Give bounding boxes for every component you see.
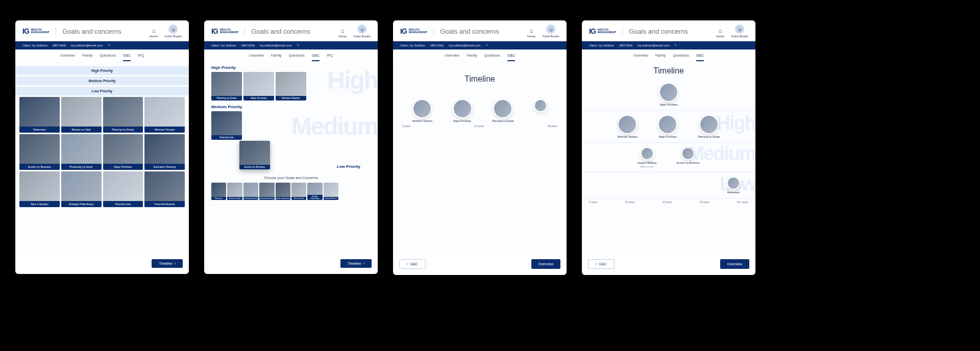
goal-protecting-family[interactable]: Protecting my family [61,134,102,170]
tab-gc[interactable]: G&C [123,54,131,61]
page-title: Goals and concerns [629,28,688,35]
home-icon: ⌂ [152,28,156,34]
screen-4-timeline-banded: IG WEALTHMANAGEMENT Goals and concerns ⌂… [582,20,755,275]
goal-retirement[interactable]: Retirement [19,97,60,133]
client-bar: Client: Ivy Sullivan (987-654) Ivy.sulli… [393,41,567,49]
goal-minimize-taxation[interactable]: Minimize Taxation [144,97,185,133]
bubble-planning-estate[interactable]: Planning my Estate [698,115,720,138]
home-nav[interactable]: ⌂Home [338,28,347,38]
band-high[interactable]: Minimize Taxation Major Purchase Plannin… [582,111,755,143]
bubble-major-purchase[interactable]: Major Purchase [453,99,472,122]
tab-overview[interactable]: Overview [60,54,75,61]
bubble-retirement[interactable]: Retirement [727,177,740,194]
tick: 15 years [474,124,484,128]
goal-major-purchase[interactable]: Major Purchase [243,72,274,101]
bubble-extra[interactable] [534,99,547,112]
footer: ‹ G&C Overview [393,255,567,275]
edit-icon[interactable]: ✎ [297,43,300,47]
chooser-education-planning[interactable]: Education Planning [259,183,274,200]
next-timeline-button[interactable]: Timeline › [340,259,372,268]
bubble-major-purchase-2[interactable]: Major Purchase [658,115,677,138]
home-nav[interactable]: ⌂Home [527,28,535,38]
tab-overview[interactable]: Overview [249,54,264,61]
body: High Priority Medium Priority Low Priori… [15,61,189,255]
goal-evolve-business[interactable]: Evolve my Business [239,141,270,169]
tab-ipq[interactable]: IPQ [138,54,144,61]
user-menu[interactable]: ☺Kobe Bryant [543,24,559,38]
goal-evolve-business[interactable]: Evolve my Business [19,134,60,170]
tab-family[interactable]: Family [655,54,666,61]
tab-ipq[interactable]: IPQ [327,54,333,61]
user-menu[interactable]: ☺ Kobe Bryant [165,24,182,38]
next-overview-button[interactable]: Overview [720,259,749,269]
brand-logo[interactable]: IG WEALTHMANAGEMENT [211,27,245,35]
home-nav[interactable]: ⌂ Home [150,28,158,38]
chooser-financial-reserve[interactable]: Financial Reserve [324,183,338,200]
brand-logo[interactable]: IG WEALTHMANAGEMENT [589,27,623,35]
dragging-tile[interactable]: Evolve my Business [239,141,270,169]
chooser-retirement[interactable]: Retirement [211,183,226,200]
tick: 0 years [589,200,597,204]
timeline-area[interactable]: Minimize Taxation Major Purchase Plannin… [395,99,565,138]
goal-minimize-taxation[interactable]: Minimize Taxation [276,72,306,101]
tab-family[interactable]: Family [82,54,93,61]
tab-gc[interactable]: G&C [312,54,320,61]
bubble-minimize-taxation[interactable]: Minimize Taxation [412,99,433,122]
body: Timeline Minimize Taxation Major Purchas… [393,61,567,255]
footer: Timeline › [15,255,189,274]
header: IG WEALTHMANAGEMENT Goals and concerns ⌂… [393,20,567,41]
bubble-minimize-taxation[interactable]: Minimize Taxation [618,115,638,138]
edit-icon[interactable]: ✎ [485,43,488,47]
tab-questions[interactable]: Questions [673,54,690,61]
tab-questions[interactable]: Questions [100,54,116,61]
bubble-evolve-business[interactable]: Evolve my Business [677,147,700,168]
goal-reduce-debt[interactable]: Reduce my Debt [61,97,102,133]
timeline-title: Timeline [395,66,565,99]
edit-icon[interactable]: ✎ [108,43,111,47]
priority-high-bar[interactable]: High Priority [15,66,189,75]
priority-medium-bar[interactable]: Medium Priority [15,77,189,85]
goal-financial-reserve[interactable]: Financial Reserve [144,171,185,207]
goal-planning-estate[interactable]: Planning my Estate [211,72,242,101]
tab-family[interactable]: Family [467,54,477,61]
tab-gc[interactable]: G&C [507,54,515,61]
high-bucket[interactable]: Planning my Estate Major Purchase Minimi… [206,72,376,101]
bubble-planning-estate[interactable]: Planning my Estate [492,99,514,122]
edit-icon[interactable]: ✎ [674,43,677,47]
next-timeline-button[interactable]: Timeline › [152,259,183,268]
goal-parental-care[interactable]: Parental Care [211,111,242,140]
tab-overview[interactable]: Overview [633,54,648,61]
band-medium[interactable]: Support Meifang(Oliver's mom) Evolve my … [582,143,755,172]
brand-logo[interactable]: IG WEALTHMANAGEMENT [400,27,434,35]
home-nav[interactable]: ⌂Home [716,28,724,38]
chooser-take-vacation[interactable]: Take a Vacation [291,183,306,200]
tab-overview[interactable]: Overview [445,54,459,61]
chooser-strategic-philanthropy[interactable]: Strategic Philanthropy [307,183,322,200]
goal-strategic-philanthropy[interactable]: Strategic Philanthropy [61,171,102,207]
back-gc-button[interactable]: ‹ G&C [399,259,426,269]
goal-major-purchase[interactable]: Major Purchase [103,134,143,170]
chooser-evolve-business[interactable]: Evolve my Business [276,183,290,200]
back-gc-button[interactable]: ‹ G&C [588,259,615,269]
chooser-protecting-family[interactable]: Protecting my family [243,183,258,200]
bubble-major-purchase[interactable]: Major Purchase [659,83,678,106]
goal-planning-estate[interactable]: Planning my Estate [103,97,143,133]
tab-questions[interactable]: Questions [484,54,501,61]
client-email[interactable]: Ivy.sullivan@email.com [71,44,103,47]
user-menu[interactable]: ☺Kobe Bryant [354,24,371,38]
tab-family[interactable]: Family [271,54,282,61]
chooser-reduce-debt[interactable]: Reduce my Debt [227,183,242,200]
next-overview-button[interactable]: Overview [531,259,560,269]
tab-questions[interactable]: Questions [289,54,305,61]
goal-education-planning[interactable]: Education Planning [144,134,185,170]
goal-parental-care[interactable]: Parental Care [103,171,143,207]
goal-take-vacation[interactable]: Take a Vacation [19,171,60,207]
user-menu[interactable]: ☺Kobe Bryant [731,24,748,38]
medium-bucket[interactable]: Parental Care Evolve my Business [206,111,376,140]
band-top[interactable]: Major Purchase [582,79,755,111]
priority-low-bar[interactable]: Low Priority [15,87,189,95]
bubble-support-meifang[interactable]: Support Meifang(Oliver's mom) [638,147,656,168]
tab-gc[interactable]: G&C [696,54,704,61]
band-low[interactable]: Retirement [582,172,755,198]
brand-logo[interactable]: IG WEALTHMANAGEMENT [22,27,56,35]
